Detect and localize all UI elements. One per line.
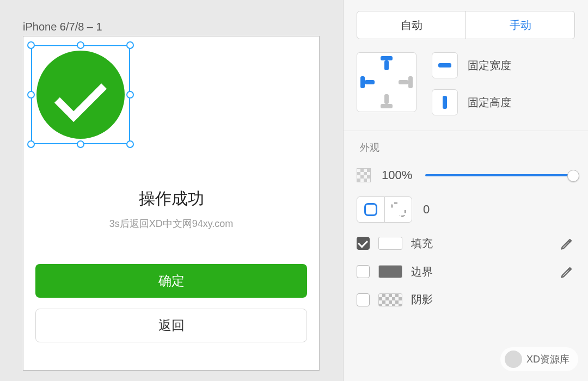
segmented-auto[interactable]: 自动: [357, 11, 465, 39]
fill-checkbox[interactable]: [357, 237, 370, 250]
corner-radius-row: 0: [357, 196, 575, 223]
fix-width-label: 固定宽度: [468, 58, 511, 73]
corner-individual-button[interactable]: [384, 197, 412, 222]
opacity-row: 100%: [357, 168, 575, 182]
border-checkbox[interactable]: [357, 265, 370, 278]
shadow-swatch[interactable]: [378, 293, 402, 306]
fill-label: 填充: [411, 236, 551, 251]
constraint-anchor-icon[interactable]: [357, 52, 416, 112]
opacity-checker-icon: [357, 168, 371, 182]
border-swatch[interactable]: [378, 265, 402, 278]
corner-uniform-button[interactable]: [357, 197, 384, 222]
resize-handle-tm[interactable]: [77, 41, 84, 49]
opacity-slider[interactable]: [425, 174, 575, 176]
corner-individual-icon: [392, 203, 405, 216]
selection-box[interactable]: [31, 45, 130, 144]
fix-height-label: 固定高度: [468, 95, 511, 110]
shadow-checkbox[interactable]: [357, 293, 370, 306]
resize-handle-ml[interactable]: [27, 91, 35, 99]
watermark-avatar-icon: [505, 351, 522, 368]
fill-row: 填充: [357, 236, 575, 251]
artboard-label[interactable]: iPhone 6/7/8 – 1: [23, 21, 102, 33]
canvas-secondary-button[interactable]: 返回: [35, 309, 307, 342]
resize-handle-tl[interactable]: [27, 41, 35, 49]
panel-divider: [344, 131, 588, 131]
artboard[interactable]: 操作成功 3s后返回XD中文网94xy.com 确定 返回: [23, 36, 320, 371]
canvas-area[interactable]: iPhone 6/7/8 – 1 操作成功 3s后返回XD中文网94xy.com…: [0, 0, 343, 381]
resize-handle-bl[interactable]: [27, 140, 35, 148]
border-row: 边界: [357, 264, 575, 279]
responsive-segmented: 自动 手动: [357, 11, 575, 39]
watermark-text: XD资源库: [526, 353, 569, 366]
resize-handle-bm[interactable]: [77, 140, 84, 148]
canvas-title-text[interactable]: 操作成功: [23, 188, 319, 210]
appearance-section-label: 外观: [360, 141, 588, 154]
resize-handle-tr[interactable]: [126, 41, 134, 49]
inspector-panel: 自动 手动 固定宽度 固定高度 外观 100%: [343, 0, 588, 381]
resize-handle-mr[interactable]: [126, 91, 134, 99]
eyedropper-icon[interactable]: [560, 264, 575, 279]
fix-width-icon: [438, 63, 451, 67]
fix-width-toggle[interactable]: [432, 52, 458, 78]
border-label: 边界: [411, 265, 551, 279]
constraints-row: 固定宽度 固定高度: [357, 52, 575, 115]
shadow-row: 阴影: [357, 292, 575, 307]
fix-height-icon: [443, 96, 447, 109]
watermark: XD资源库: [500, 347, 578, 371]
opacity-value[interactable]: 100%: [382, 168, 414, 182]
canvas-subtitle-text[interactable]: 3s后返回XD中文网94xy.com: [23, 217, 319, 230]
eyedropper-icon[interactable]: [560, 236, 575, 251]
fill-swatch[interactable]: [378, 237, 402, 250]
fix-height-toggle[interactable]: [432, 89, 458, 115]
canvas-primary-button[interactable]: 确定: [35, 264, 307, 298]
shadow-label: 阴影: [411, 292, 575, 307]
corner-radius-value[interactable]: 0: [423, 202, 430, 217]
corner-uniform-icon: [364, 203, 377, 216]
corner-mode-segmented: [357, 196, 412, 223]
segmented-manual[interactable]: 手动: [465, 11, 574, 39]
resize-handle-br[interactable]: [126, 140, 134, 148]
